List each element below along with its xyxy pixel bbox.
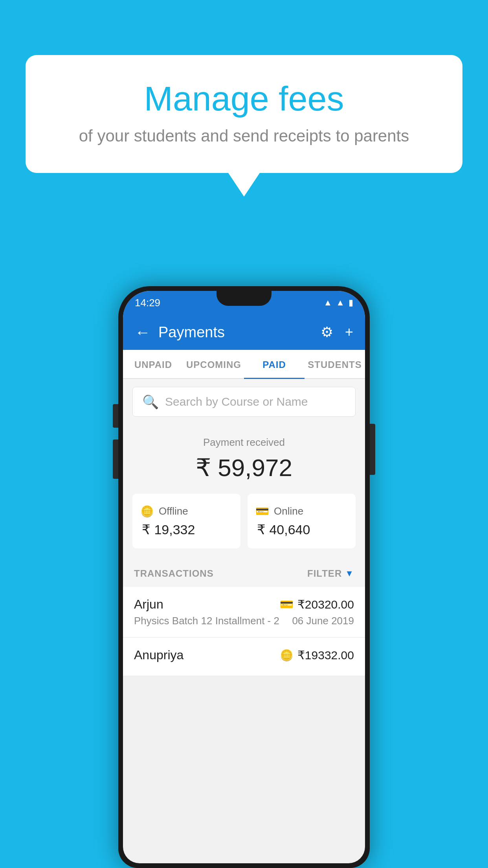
tab-unpaid[interactable]: UNPAID (123, 350, 183, 378)
online-label: Online (274, 505, 303, 517)
transaction-top: Arjun 💳 ₹20320.00 (134, 597, 354, 612)
transaction-name: Arjun (134, 597, 163, 612)
transaction-row[interactable]: Anupriya 🪙 ₹19332.00 (123, 638, 365, 676)
search-section: 🔍 Search by Course or Name (123, 379, 365, 425)
tab-students[interactable]: STUDENTS (305, 350, 365, 378)
tab-upcoming[interactable]: UPCOMING (183, 350, 244, 378)
speech-bubble-section: Manage fees of your students and send re… (26, 55, 462, 197)
power-button (370, 424, 375, 475)
app-bar-actions: ⚙ + (321, 324, 353, 340)
offline-icon: 🪙 (140, 505, 154, 518)
payment-summary: Payment received ₹ 59,972 🪙 Offline ₹ 19… (123, 425, 365, 560)
transaction-amount-row: 💳 ₹20320.00 (280, 598, 354, 611)
signal-icon: ▲ (336, 298, 345, 308)
transaction-course: Physics Batch 12 Installment - 2 (134, 615, 279, 627)
transaction-bottom: Physics Batch 12 Installment - 2 06 June… (134, 615, 354, 627)
transactions-label: TRANSACTIONS (134, 568, 214, 579)
transactions-header: TRANSACTIONS FILTER ▼ (123, 560, 365, 587)
offline-payment-icon: 🪙 (280, 649, 294, 662)
tabs-bar: UNPAID UPCOMING PAID STUDENTS (123, 350, 365, 379)
offline-amount: ₹ 19,332 (140, 522, 233, 537)
offline-card-header: 🪙 Offline (140, 505, 233, 518)
search-box[interactable]: 🔍 Search by Course or Name (132, 387, 356, 417)
transaction-name: Anupriya (134, 648, 183, 662)
transaction-row[interactable]: Arjun 💳 ₹20320.00 Physics Batch 12 Insta… (123, 587, 365, 638)
app-bar: ← Payments ⚙ + (123, 314, 365, 350)
transaction-amount: ₹19332.00 (297, 648, 354, 662)
online-card-header: 💳 Online (255, 505, 348, 518)
speech-bubble-title: Manage fees (57, 79, 431, 119)
app-bar-title: Payments (158, 324, 313, 341)
speech-bubble-subtitle: of your students and send receipts to pa… (57, 127, 431, 145)
payment-cards: 🪙 Offline ₹ 19,332 💳 Online ₹ 40,640 (132, 494, 356, 548)
payment-total-amount: ₹ 59,972 (132, 453, 356, 482)
transaction-top: Anupriya 🪙 ₹19332.00 (134, 648, 354, 662)
speech-bubble-tail (228, 173, 260, 197)
online-icon: 💳 (255, 505, 269, 518)
filter-button[interactable]: FILTER ▼ (307, 568, 354, 579)
offline-label: Offline (159, 505, 188, 517)
search-icon: 🔍 (142, 394, 159, 410)
offline-payment-card: 🪙 Offline ₹ 19,332 (132, 494, 240, 548)
transaction-date: 06 June 2019 (292, 615, 354, 627)
status-icons: ▲ ▲ ▮ (323, 298, 353, 308)
status-time: 14:29 (135, 297, 160, 309)
phone-frame: 14:29 ▲ ▲ ▮ ← Payments ⚙ + UNPAID UPCOMI… (118, 286, 370, 868)
volume-up-button (113, 404, 118, 428)
tab-paid[interactable]: PAID (244, 350, 305, 378)
search-input[interactable]: Search by Course or Name (165, 395, 308, 408)
transaction-amount: ₹20320.00 (297, 598, 354, 611)
settings-icon[interactable]: ⚙ (321, 324, 333, 340)
volume-down-button (113, 440, 118, 479)
online-payment-icon: 💳 (280, 598, 294, 611)
online-amount: ₹ 40,640 (255, 522, 348, 537)
filter-text: FILTER (307, 568, 342, 579)
battery-icon: ▮ (349, 298, 353, 308)
add-icon[interactable]: + (345, 324, 353, 340)
transaction-amount-row: 🪙 ₹19332.00 (280, 648, 354, 662)
phone-notch (216, 291, 272, 306)
filter-icon: ▼ (345, 568, 354, 579)
payment-received-label: Payment received (132, 436, 356, 449)
speech-bubble: Manage fees of your students and send re… (26, 55, 462, 173)
online-payment-card: 💳 Online ₹ 40,640 (248, 494, 356, 548)
phone-screen: 14:29 ▲ ▲ ▮ ← Payments ⚙ + UNPAID UPCOMI… (123, 291, 365, 863)
wifi-icon: ▲ (323, 298, 332, 308)
back-button[interactable]: ← (135, 324, 150, 341)
